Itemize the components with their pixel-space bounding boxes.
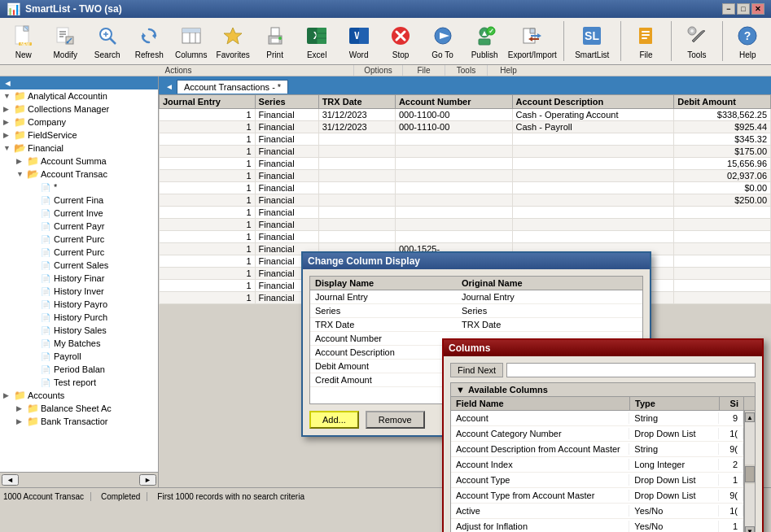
help-label: Help — [739, 50, 756, 59]
excel-label: Excel — [307, 50, 326, 59]
change-col-row[interactable]: SeriesSeries — [310, 304, 642, 318]
stop-button[interactable]: Stop — [380, 20, 420, 63]
col-field-name: Account — [451, 412, 629, 424]
col-type-value: String — [629, 412, 719, 424]
available-columns-header: ▼ Available Columns — [450, 382, 756, 397]
svg-text:✓: ✓ — [488, 28, 494, 35]
col-table-row[interactable]: Account TypeDrop Down List1 — [451, 473, 743, 488]
col-size-value: 1 — [719, 474, 743, 486]
refresh-label: Refresh — [135, 50, 164, 59]
help-icon: ? — [734, 23, 760, 49]
refresh-button[interactable]: Refresh — [129, 20, 169, 63]
col-table-row[interactable]: Account IndexLong Integer2 — [451, 457, 743, 473]
svg-rect-58 — [642, 37, 647, 39]
columns-label: Columns — [175, 50, 207, 59]
search-icon — [94, 23, 120, 49]
col-type-value: Drop Down List — [629, 428, 719, 439]
svg-marker-48 — [530, 28, 535, 33]
svg-rect-36 — [359, 28, 369, 44]
print-icon — [262, 23, 288, 49]
excel-button[interactable]: X Excel — [296, 20, 336, 63]
favorites-button[interactable]: Favorites — [212, 20, 252, 63]
display-name: Credit Amount — [315, 375, 462, 385]
publish-button[interactable]: ✓ Publish — [464, 20, 504, 63]
publish-icon: ✓ — [471, 23, 497, 49]
word-button[interactable]: W Word — [339, 20, 379, 63]
toolbar-divider-1 — [563, 21, 564, 61]
col-type-value: Yes/No — [629, 521, 719, 532]
original-name: TRX Date — [462, 320, 637, 329]
stop-label: Stop — [392, 50, 410, 59]
col-table-row[interactable]: Account Category NumberDrop Down List1( — [451, 426, 743, 442]
print-label: Print — [266, 50, 283, 59]
col-field-name: Account Description from Account Master — [451, 443, 629, 455]
scrollbar-thumb[interactable] — [745, 466, 755, 482]
col-size-value: 9 — [719, 412, 743, 424]
dialog-columns-content: Find Next ▼ Available Columns Field Name… — [444, 356, 762, 532]
file-icon — [633, 23, 659, 49]
change-col-row[interactable]: Journal EntryJournal Entry — [310, 290, 642, 304]
svg-rect-30 — [317, 28, 326, 44]
dialog-columns-titlebar: Columns — [444, 340, 762, 356]
svg-marker-23 — [224, 28, 242, 44]
add-button[interactable]: Add... — [309, 411, 359, 429]
smartlist-button[interactable]: SL SmartList — [569, 20, 615, 63]
col-table-row[interactable]: AccountString9 — [451, 411, 743, 426]
display-name: Series — [315, 306, 462, 316]
col-size-value: 1 — [719, 521, 743, 532]
help-section-label: Help — [487, 65, 529, 76]
svg-rect-25 — [271, 28, 279, 36]
new-label: New — [15, 50, 32, 59]
goto-icon — [430, 23, 456, 49]
col-table-row[interactable]: ActiveYes/No1( — [451, 504, 743, 519]
col-type-header: Type — [630, 397, 720, 410]
toolbar: NEW New Modify — [0, 18, 771, 65]
col-size-value: 1( — [719, 505, 743, 517]
smartlist-label: SmartList — [575, 50, 609, 59]
file-button[interactable]: File — [626, 20, 666, 63]
svg-marker-16 — [152, 33, 156, 39]
help-button[interactable]: ? Help — [728, 20, 768, 63]
tools-button[interactable]: Tools — [677, 20, 716, 63]
col-type-value: Drop Down List — [629, 490, 719, 501]
title-bar: 📊 SmartList - TWO (sa) − □ ✕ — [0, 0, 771, 18]
col-table-row[interactable]: Adjust for InflationYes/No1 — [451, 519, 743, 532]
scrollbar-up[interactable]: ▲ — [745, 412, 755, 422]
new-button[interactable]: NEW New — [3, 20, 43, 63]
svg-line-13 — [110, 38, 116, 44]
svg-rect-26 — [271, 38, 279, 43]
find-next-button[interactable]: Find Next — [450, 363, 503, 377]
col-table-body: AccountString9Account Category NumberDro… — [450, 411, 744, 532]
close-button[interactable]: ✕ — [751, 3, 764, 15]
change-col-row[interactable]: TRX DateTRX Date — [310, 318, 642, 332]
svg-text:?: ? — [744, 29, 751, 42]
minimize-button[interactable]: − — [722, 3, 735, 15]
smartlist-icon: SL — [579, 23, 605, 49]
columns-button[interactable]: Columns — [171, 20, 211, 63]
file-section-label: File — [402, 65, 445, 76]
find-input[interactable] — [506, 363, 756, 377]
col-table-row[interactable]: Account Description from Account MasterS… — [451, 442, 743, 457]
col-size-value: 9( — [719, 490, 743, 501]
new-icon: NEW — [11, 23, 37, 49]
modify-button[interactable]: Modify — [45, 20, 85, 63]
exportimport-button[interactable]: Export/Import — [506, 20, 559, 63]
excel-icon: X — [304, 23, 330, 49]
print-button[interactable]: Print — [255, 20, 295, 63]
actions-section-label: Actions — [3, 65, 353, 76]
scrollbar-down[interactable]: ▼ — [745, 526, 755, 532]
col-table-row[interactable]: Account Type from Account MasterDrop Dow… — [451, 488, 743, 504]
dialogs-overlay: Change Column Display Display Name Origi… — [0, 76, 771, 532]
modify-icon — [52, 23, 78, 49]
search-button[interactable]: Search — [87, 20, 127, 63]
col-field-name: Account Type — [451, 474, 629, 486]
col2-header: Original Name — [457, 277, 631, 290]
col-type-value: Drop Down List — [629, 474, 719, 486]
remove-button[interactable]: Remove — [366, 411, 425, 429]
display-name: Journal Entry — [315, 292, 462, 302]
word-label: Word — [349, 50, 369, 59]
tools-section-label: Tools — [445, 65, 487, 76]
maximize-button[interactable]: □ — [737, 3, 750, 15]
goto-button[interactable]: Go To — [423, 20, 462, 63]
svg-rect-43 — [479, 39, 490, 45]
